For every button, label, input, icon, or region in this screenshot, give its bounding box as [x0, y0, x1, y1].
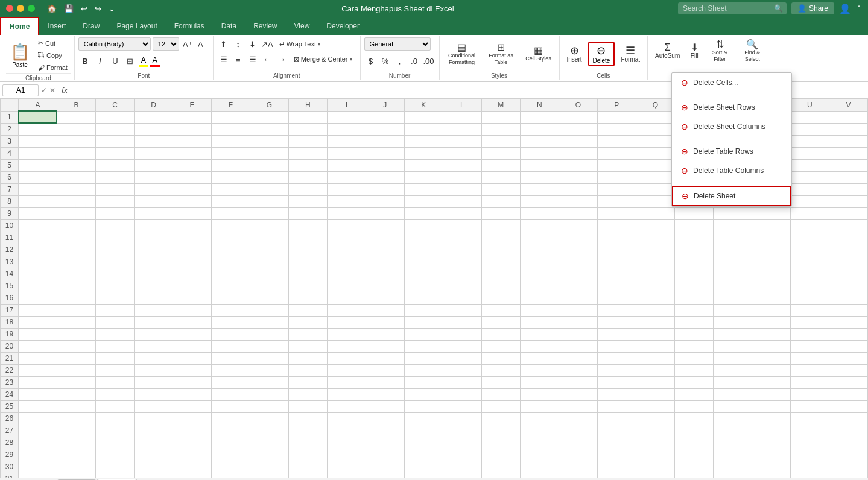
cell-U9[interactable] — [790, 207, 829, 219]
cell-A6[interactable] — [19, 171, 57, 183]
cell-K22[interactable] — [404, 364, 443, 376]
cell-C12[interactable] — [95, 244, 134, 256]
col-header-H[interactable]: H — [288, 99, 327, 112]
cell-J3[interactable] — [366, 135, 404, 147]
cell-T10[interactable] — [752, 219, 790, 232]
row-header-26[interactable]: 26 — [1, 412, 19, 425]
cell-J5[interactable] — [366, 159, 404, 171]
cell-T30[interactable] — [752, 461, 790, 473]
cell-O18[interactable] — [559, 316, 597, 328]
cell-C2[interactable] — [95, 123, 134, 135]
collapse-ribbon-icon[interactable]: ⌃ — [856, 4, 862, 13]
cell-R20[interactable] — [674, 340, 713, 352]
cell-N6[interactable] — [520, 171, 559, 183]
cell-H5[interactable] — [288, 159, 327, 171]
cell-Q2[interactable] — [636, 123, 674, 135]
cell-C20[interactable] — [95, 340, 134, 352]
cell-F6[interactable] — [211, 171, 250, 183]
cell-F18[interactable] — [211, 316, 250, 328]
cell-F5[interactable] — [211, 159, 250, 171]
cell-L5[interactable] — [443, 159, 481, 171]
cell-T19[interactable] — [752, 328, 790, 340]
cell-V25[interactable] — [829, 400, 867, 412]
cell-T22[interactable] — [752, 364, 790, 376]
cell-K21[interactable] — [404, 352, 443, 364]
cell-L8[interactable] — [443, 195, 481, 207]
cell-R23[interactable] — [674, 376, 713, 388]
cell-P4[interactable] — [597, 147, 636, 159]
cell-F10[interactable] — [211, 219, 250, 232]
cell-Q12[interactable] — [636, 244, 674, 256]
cell-A16[interactable] — [19, 292, 57, 304]
cell-D10[interactable] — [134, 219, 173, 232]
cell-J19[interactable] — [366, 328, 404, 340]
cell-P31[interactable] — [597, 473, 636, 478]
cell-P26[interactable] — [597, 412, 636, 425]
decrease-indent-btn[interactable]: ← — [261, 52, 274, 66]
cell-T14[interactable] — [752, 268, 790, 280]
cell-L11[interactable] — [443, 232, 481, 244]
increase-font-btn[interactable]: A⁺ — [181, 37, 194, 51]
cell-L14[interactable] — [443, 268, 481, 280]
cell-Q23[interactable] — [636, 376, 674, 388]
cell-T24[interactable] — [752, 388, 790, 400]
insert-cells-btn[interactable]: ⊕ Insert — [563, 43, 586, 65]
cell-F26[interactable] — [211, 412, 250, 425]
cut-button[interactable]: ✂ Cut — [35, 37, 71, 49]
delete-sheet-columns-item[interactable]: ⊖ Delete Sheet Columns — [672, 117, 791, 136]
cell-O3[interactable] — [559, 135, 597, 147]
cell-T23[interactable] — [752, 376, 790, 388]
cell-K26[interactable] — [404, 412, 443, 425]
cell-T12[interactable] — [752, 244, 790, 256]
cell-R14[interactable] — [674, 268, 713, 280]
cell-K24[interactable] — [404, 388, 443, 400]
cell-S31[interactable] — [713, 473, 752, 478]
cell-R24[interactable] — [674, 388, 713, 400]
cell-C23[interactable] — [95, 376, 134, 388]
cell-D19[interactable] — [134, 328, 173, 340]
cell-F12[interactable] — [211, 244, 250, 256]
cell-G9[interactable] — [250, 207, 288, 219]
cell-B19[interactable] — [57, 328, 95, 340]
cell-J7[interactable] — [366, 183, 404, 195]
cell-B5[interactable] — [57, 159, 95, 171]
row-header-28[interactable]: 28 — [1, 437, 19, 449]
cell-U6[interactable] — [790, 171, 829, 183]
cell-A9[interactable] — [19, 207, 57, 219]
cell-I7[interactable] — [327, 183, 366, 195]
cell-Q16[interactable] — [636, 292, 674, 304]
cell-F8[interactable] — [211, 195, 250, 207]
cell-E9[interactable] — [173, 207, 211, 219]
cell-K12[interactable] — [404, 244, 443, 256]
cell-A5[interactable] — [19, 159, 57, 171]
cell-J10[interactable] — [366, 219, 404, 232]
cell-E5[interactable] — [173, 159, 211, 171]
cell-C31[interactable] — [95, 473, 134, 478]
cell-O14[interactable] — [559, 268, 597, 280]
cell-V1[interactable] — [829, 111, 867, 123]
col-header-E[interactable]: E — [173, 99, 211, 112]
cell-L10[interactable] — [443, 219, 481, 232]
align-top-btn[interactable]: ⬆ — [217, 37, 230, 51]
cell-J4[interactable] — [366, 147, 404, 159]
cell-C14[interactable] — [95, 268, 134, 280]
cell-N22[interactable] — [520, 364, 559, 376]
cell-V11[interactable] — [829, 232, 867, 244]
row-header-30[interactable]: 30 — [1, 461, 19, 473]
check-icon[interactable]: ✓ — [41, 86, 47, 95]
cell-D9[interactable] — [134, 207, 173, 219]
cell-C25[interactable] — [95, 400, 134, 412]
cell-F1[interactable] — [211, 111, 250, 123]
cell-P19[interactable] — [597, 328, 636, 340]
cell-N12[interactable] — [520, 244, 559, 256]
cell-D6[interactable] — [134, 171, 173, 183]
cell-O13[interactable] — [559, 256, 597, 268]
cell-C24[interactable] — [95, 388, 134, 400]
cell-A30[interactable] — [19, 461, 57, 473]
cell-P28[interactable] — [597, 437, 636, 449]
cell-U19[interactable] — [790, 328, 829, 340]
cell-B8[interactable] — [57, 195, 95, 207]
row-header-22[interactable]: 22 — [1, 364, 19, 376]
cell-H21[interactable] — [288, 352, 327, 364]
border-button[interactable]: ⊞ — [124, 54, 137, 68]
